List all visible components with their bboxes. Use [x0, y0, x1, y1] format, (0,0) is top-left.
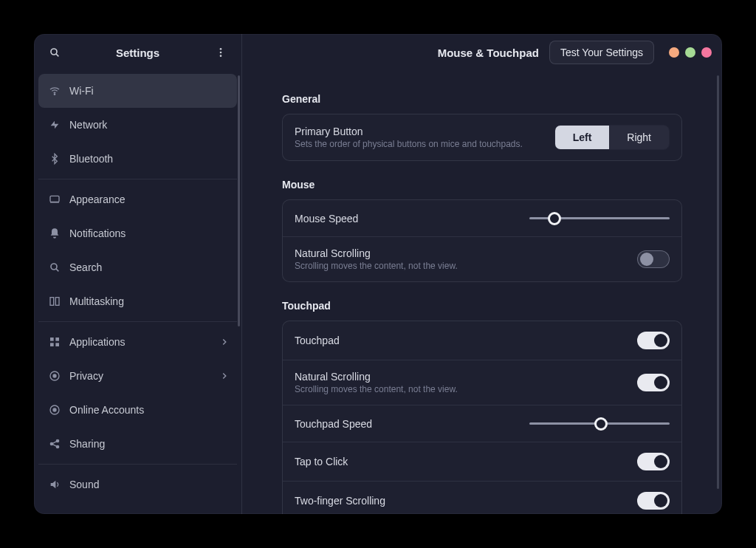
maximize-button[interactable]: [685, 47, 695, 58]
sidebar-item-label: Privacy: [69, 370, 219, 382]
row-sublabel: Scrolling moves the content, not the vie…: [295, 384, 637, 394]
primary-button-segmented: Left Right: [554, 125, 670, 150]
mouse-speed-slider[interactable]: [529, 212, 670, 225]
kebab-icon: [215, 47, 227, 58]
row-tap-to-click: Tap to Click: [283, 442, 681, 482]
row-mouse-natural: Natural Scrolling Scrolling moves the co…: [283, 237, 681, 281]
two-finger-scrolling-toggle[interactable]: [637, 492, 670, 510]
row-touchpad-speed: Touchpad Speed: [283, 405, 681, 442]
sidebar-item-sharing[interactable]: Sharing: [38, 427, 237, 461]
row-label: Natural Scrolling: [295, 247, 637, 259]
sidebar-item-search[interactable]: Search: [38, 250, 237, 284]
sidebar-item-label: Network: [69, 119, 230, 131]
svg-line-9: [56, 269, 58, 271]
chevron-right-icon: [219, 337, 230, 347]
sidebar-item-multitasking[interactable]: Multitasking: [38, 284, 237, 318]
svg-point-8: [51, 264, 57, 270]
sidebar-item-label: Notifications: [69, 227, 230, 239]
sidebar-item-label: Sound: [69, 479, 230, 490]
sidebar-item-label: Bluetooth: [69, 153, 230, 165]
menu-button[interactable]: [209, 41, 233, 64]
settings-window: Settings Wi-FiNetworkBluetoothAppearance…: [34, 34, 722, 514]
sidebar-item-sound[interactable]: Sound: [38, 467, 237, 501]
touchpad-enabled-toggle[interactable]: [637, 332, 670, 349]
row-mouse-speed: Mouse Speed: [283, 200, 681, 237]
row-label: Tap to Click: [295, 456, 637, 467]
mouse-natural-toggle[interactable]: [637, 250, 670, 268]
sidebar-item-bluetooth[interactable]: Bluetooth: [38, 142, 237, 176]
appearance-icon: [46, 193, 63, 205]
sidebar-item-appearance[interactable]: Appearance: [38, 182, 237, 216]
sidebar-list: Wi-FiNetworkBluetoothAppearanceNotificat…: [34, 71, 241, 514]
svg-point-2: [220, 48, 222, 50]
svg-point-4: [220, 55, 222, 57]
main: Mouse & Touchpad Test Your Settings Gene…: [242, 34, 722, 514]
sidebar-item-label: Appearance: [69, 193, 230, 205]
sidebar-item-label: Search: [69, 261, 230, 273]
sharing-icon: [46, 438, 63, 450]
close-button[interactable]: [701, 47, 712, 58]
notifications-icon: [46, 227, 63, 239]
row-two-finger-scrolling: Two-finger Scrolling: [283, 482, 681, 514]
svg-rect-15: [55, 343, 59, 346]
row-label: Two-finger Scrolling: [295, 495, 637, 507]
sidebar-separator: [38, 321, 237, 322]
sidebar-separator: [38, 179, 237, 179]
minimize-button[interactable]: [669, 47, 679, 58]
sound-icon: [46, 479, 63, 490]
svg-point-5: [54, 94, 55, 95]
tap-to-click-toggle[interactable]: [637, 453, 670, 470]
sidebar-item-notifications[interactable]: Notifications: [38, 216, 237, 250]
scrollbar[interactable]: [717, 75, 719, 489]
svg-rect-10: [50, 298, 54, 306]
svg-line-24: [52, 445, 56, 447]
multitasking-icon: [46, 295, 63, 307]
row-label: Natural Scrolling: [295, 371, 637, 383]
svg-rect-14: [50, 343, 54, 346]
test-settings-button[interactable]: Test Your Settings: [549, 41, 654, 64]
sidebar-item-label: Sharing: [69, 438, 230, 450]
svg-point-18: [53, 408, 56, 411]
svg-point-0: [51, 49, 57, 55]
sidebar-item-applications[interactable]: Applications: [38, 325, 237, 359]
sidebar-item-network[interactable]: Network: [38, 108, 237, 142]
sidebar-title: Settings: [66, 47, 209, 59]
row-primary-button: Primary Button Sets the order of physica…: [283, 114, 681, 160]
privacy-icon: [46, 370, 63, 382]
row-label: Touchpad: [295, 335, 637, 346]
touchpad-speed-slider[interactable]: [529, 417, 670, 431]
search-icon: [49, 47, 61, 58]
main-body: General Primary Button Sets the order of…: [242, 71, 722, 514]
search-button[interactable]: [43, 41, 66, 64]
svg-point-17: [53, 374, 56, 377]
primary-button-left[interactable]: Left: [555, 126, 610, 149]
sidebar-item-wifi[interactable]: Wi-Fi: [38, 74, 237, 108]
row-label: Mouse Speed: [295, 213, 529, 225]
svg-line-1: [56, 54, 58, 56]
svg-line-23: [52, 442, 56, 444]
svg-rect-11: [55, 298, 59, 306]
panel-touchpad: Touchpad Natural Scrolling Scrolling mov…: [282, 321, 682, 514]
sidebar-item-label: Wi-Fi: [69, 85, 230, 97]
section-heading-touchpad: Touchpad: [282, 300, 682, 312]
panel-general: Primary Button Sets the order of physica…: [282, 114, 682, 161]
network-icon: [46, 119, 63, 131]
primary-button-right[interactable]: Right: [609, 126, 669, 149]
sidebar-item-privacy[interactable]: Privacy: [38, 359, 237, 393]
row-touchpad-enabled: Touchpad: [283, 321, 681, 360]
svg-point-3: [220, 52, 222, 54]
panel-mouse: Mouse Speed Natural Scrolling Scrolling …: [282, 199, 682, 282]
sidebar-item-label: Multitasking: [69, 295, 230, 307]
section-heading-mouse: Mouse: [282, 179, 682, 191]
wifi-icon: [46, 85, 63, 97]
sidebar: Settings Wi-FiNetworkBluetoothAppearance…: [34, 34, 242, 514]
sidebar-item-online-accounts[interactable]: Online Accounts: [38, 393, 237, 427]
online-accounts-icon: [46, 404, 63, 416]
svg-rect-12: [50, 338, 54, 341]
sidebar-item-label: Online Accounts: [69, 404, 230, 416]
row-sublabel: Scrolling moves the content, not the vie…: [295, 261, 637, 271]
touchpad-natural-toggle[interactable]: [637, 374, 670, 391]
scrollbar[interactable]: [238, 75, 240, 326]
row-touchpad-natural: Natural Scrolling Scrolling moves the co…: [283, 360, 681, 405]
applications-icon: [46, 336, 63, 348]
